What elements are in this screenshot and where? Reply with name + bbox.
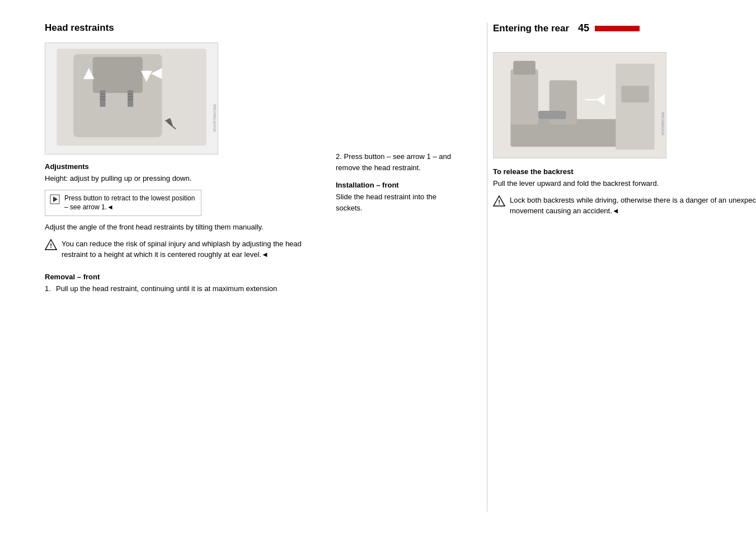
installation-title: Installation – front bbox=[336, 181, 464, 189]
svg-rect-4 bbox=[128, 90, 133, 107]
warning-backrest-text: Lock both backrests while driving, other… bbox=[510, 195, 756, 217]
page-number-bar bbox=[595, 26, 640, 31]
warning-triangle-icon: ! bbox=[45, 238, 57, 251]
step2-text: 2. Press button – see arrow 1 – and remo… bbox=[336, 151, 464, 173]
page-number: 45 bbox=[578, 22, 589, 34]
svg-marker-17 bbox=[53, 196, 58, 202]
angle-text: Adjust the angle of the front head restr… bbox=[45, 222, 313, 233]
right-column: Entering the rear 45 bbox=[493, 22, 756, 512]
svg-rect-29 bbox=[621, 86, 649, 102]
svg-rect-24 bbox=[513, 61, 536, 75]
release-text: Pull the lever upward and fold the backr… bbox=[493, 178, 756, 189]
warning-backrest: ! Lock both backrests while driving, oth… bbox=[493, 195, 756, 221]
right-section-title: Entering the rear bbox=[493, 23, 569, 34]
release-title: To release the backrest bbox=[493, 167, 756, 176]
svg-text:!: ! bbox=[50, 242, 52, 249]
svg-text:!: ! bbox=[498, 199, 500, 205]
removal-title: Removal – front bbox=[45, 273, 313, 281]
left-column: Head restraints bbox=[45, 22, 336, 512]
play-icon bbox=[50, 194, 60, 204]
svg-rect-22 bbox=[510, 69, 538, 125]
right-image-watermark: MV0969CMA bbox=[661, 112, 665, 135]
left-image-watermark: MVVR7MeCMA bbox=[213, 104, 217, 132]
head-restraint-illustration: MVVR7MeCMA bbox=[45, 43, 218, 154]
svg-rect-28 bbox=[616, 64, 654, 149]
step-1: Pull up the head restraint, continuing u… bbox=[45, 283, 313, 294]
right-header: Entering the rear 45 bbox=[493, 22, 756, 43]
warning-spinal-text: You can reduce the risk of spinal injury… bbox=[62, 238, 313, 260]
installation-text: Slide the head restraint into the socket… bbox=[336, 191, 464, 213]
svg-rect-27 bbox=[538, 111, 566, 119]
adjustments-title: Adjustments bbox=[45, 162, 313, 171]
left-section-title: Head restraints bbox=[45, 22, 313, 34]
rear-seat-illustration: MV0969CMA bbox=[493, 52, 666, 158]
adjustments-text: Height: adjust by pulling up or pressing… bbox=[45, 173, 313, 184]
svg-rect-3 bbox=[100, 90, 106, 107]
removal-steps: Pull up the head restraint, continuing u… bbox=[45, 283, 313, 294]
note-button-text: Press button to retract to the lowest po… bbox=[64, 194, 196, 213]
note-button-box: Press button to retract to the lowest po… bbox=[45, 190, 201, 217]
warning-triangle-icon-2: ! bbox=[493, 195, 505, 207]
warning-spinal: ! You can reduce the risk of spinal inju… bbox=[45, 238, 313, 265]
left-right-subcolumn: 2. Press button – see arrow 1 – and remo… bbox=[336, 22, 481, 512]
svg-rect-2 bbox=[93, 57, 143, 93]
